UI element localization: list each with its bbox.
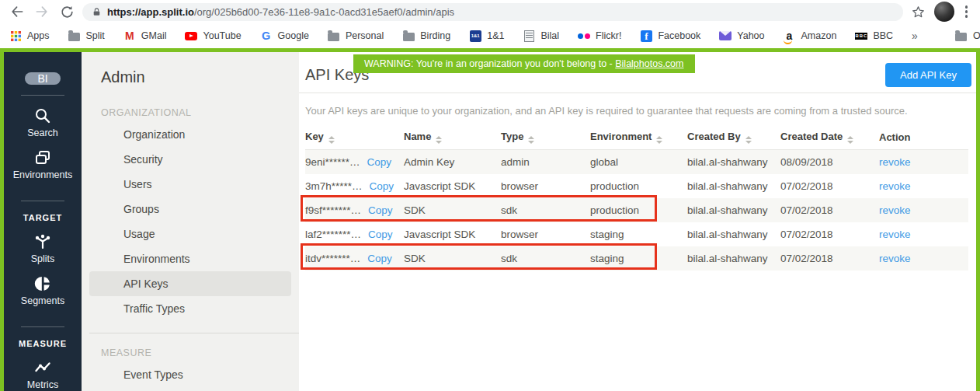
cell-name: Javascript SDK	[404, 222, 501, 246]
sort-icon[interactable]	[528, 136, 534, 144]
sort-icon[interactable]	[436, 136, 442, 144]
sidebar-divider	[21, 326, 64, 327]
revoke-link[interactable]: revoke	[879, 180, 911, 192]
bookmark-split[interactable]: Split	[68, 30, 105, 42]
bookmark-facebook[interactable]: fFacebook	[640, 30, 700, 42]
table-row: 9eni******…Copy Admin Key admin global b…	[305, 150, 968, 174]
table-row: 3m7h*****…Copy Javascript SDK browser pr…	[305, 174, 968, 198]
admin-item-api-keys[interactable]: API Keys	[89, 271, 291, 296]
nav-item-environments[interactable]: Environments	[13, 148, 72, 180]
admin-item-organization[interactable]: Organization	[89, 122, 291, 147]
admin-nav-list: Organization Security Users Groups Usage…	[82, 122, 299, 321]
nav-item-metrics[interactable]: Metrics	[27, 358, 58, 390]
admin-item-event-types[interactable]: Event Types	[89, 362, 291, 387]
split-app-frame: BI Search Environments TARGET Splits Seg…	[0, 48, 980, 391]
warning-banner-link[interactable]: Bilalphotos.com	[615, 58, 683, 69]
bookmark-yahoo[interactable]: Yahoo	[719, 30, 764, 42]
bookmark-oneandone[interactable]: 1&11&1	[469, 30, 504, 42]
cell-created-date: 07/02/2018	[780, 198, 879, 222]
reload-button[interactable]	[57, 2, 76, 21]
sort-icon[interactable]	[745, 136, 752, 144]
cell-environment: staging	[590, 222, 687, 246]
sort-icon[interactable]	[328, 136, 335, 144]
cell-created-date: 07/02/2018	[780, 222, 879, 246]
copy-link[interactable]: Copy	[370, 180, 394, 192]
browser-menu-button[interactable]	[961, 5, 973, 18]
revoke-link[interactable]: revoke	[879, 156, 911, 168]
revoke-link[interactable]: revoke	[879, 204, 911, 216]
admin-item-groups[interactable]: Groups	[89, 197, 291, 222]
cell-type: browser	[501, 174, 590, 198]
cell-created-by: bilal.al-shahwany	[687, 222, 780, 246]
nav-item-search[interactable]: Search	[27, 106, 58, 138]
address-bar[interactable]: https://app.split.io/org/025b6d00-7e36-1…	[82, 3, 903, 21]
column-header-name: Name	[404, 127, 501, 150]
table-row: laf2*******…Copy Javascript SDK browser …	[305, 222, 968, 246]
bookmark-bbc[interactable]: BBCBBC	[855, 30, 893, 42]
copy-link[interactable]: Copy	[368, 204, 393, 216]
browser-profile-avatar[interactable]	[934, 2, 954, 22]
bookmark-personal[interactable]: Personal	[328, 30, 384, 42]
nav-item-splits[interactable]: Splits	[31, 232, 55, 264]
cell-created-date: 07/02/2018	[780, 246, 879, 271]
cell-created-date: 08/09/2018	[780, 150, 879, 174]
copy-link[interactable]: Copy	[367, 156, 392, 168]
nav-item-segments[interactable]: Segments	[21, 274, 64, 306]
column-header-action: Action	[879, 127, 968, 150]
apps-grid-icon	[9, 30, 22, 42]
google-icon: G	[260, 30, 273, 42]
folder-icon	[328, 30, 340, 42]
cell-type: admin	[501, 150, 590, 174]
oneandone-icon: 1&1	[469, 30, 481, 42]
folder-icon	[402, 30, 415, 42]
folder-icon	[955, 30, 968, 42]
bbc-icon: BBC	[855, 30, 867, 42]
bookmark-google[interactable]: GGoogle	[260, 30, 309, 42]
sidebar-divider	[21, 95, 64, 96]
add-api-key-button[interactable]: Add API Key	[885, 63, 971, 87]
copy-link[interactable]: Copy	[367, 253, 392, 264]
bookmark-amazon[interactable]: aAmazon	[784, 30, 837, 42]
lock-icon	[92, 7, 102, 17]
admin-item-traffic-types[interactable]: Traffic Types	[89, 296, 291, 321]
cell-name: SDK	[404, 198, 501, 222]
admin-item-usage[interactable]: Usage	[89, 222, 291, 246]
column-header-environment: Environment	[590, 127, 687, 150]
admin-sidebar: Admin ORGANIZATIONAL Organization Securi…	[82, 52, 299, 391]
bookmark-youtube[interactable]: YouTube	[185, 30, 241, 42]
admin-item-users[interactable]: Users	[89, 172, 291, 197]
cell-type: sdk	[501, 198, 590, 222]
cell-name: Javascript SDK	[404, 174, 501, 198]
admin-item-security[interactable]: Security	[89, 147, 291, 172]
admin-section-organizational: ORGANIZATIONAL	[82, 107, 299, 118]
revoke-link[interactable]: revoke	[879, 229, 911, 240]
api-key-masked: itdv*******…	[305, 253, 360, 264]
flickr-icon	[578, 30, 590, 42]
yahoo-icon	[719, 30, 732, 42]
cell-environment: production	[590, 198, 687, 222]
environments-icon	[33, 148, 52, 167]
bookmark-star-icon[interactable]	[909, 2, 928, 21]
bookmark-apps[interactable]: Apps	[9, 30, 50, 42]
bookmarks-overflow-chevron[interactable]: »	[912, 30, 918, 42]
sort-icon[interactable]	[656, 136, 662, 144]
bookmark-birding[interactable]: Birding	[402, 30, 450, 42]
other-bookmarks[interactable]: Other Bookmarks	[955, 30, 980, 42]
revoke-link[interactable]: revoke	[879, 253, 911, 264]
admin-item-environments[interactable]: Environments	[89, 246, 291, 271]
bookmark-bilal[interactable]: Bilal	[523, 30, 559, 42]
sort-icon[interactable]	[847, 136, 853, 144]
gmail-icon: M	[123, 30, 136, 42]
cell-name: SDK	[404, 246, 501, 271]
bookmark-gmail[interactable]: MGMail	[123, 30, 167, 42]
amazon-icon: a	[784, 30, 796, 42]
bookmark-flickr[interactable]: Flickr!	[578, 30, 621, 42]
forward-button[interactable]	[33, 2, 51, 21]
back-button[interactable]	[8, 2, 26, 21]
cell-created-by: bilal.al-shahwany	[687, 174, 780, 198]
column-header-key: Key	[305, 127, 404, 150]
org-avatar[interactable]: BI	[25, 72, 61, 85]
folder-icon	[68, 30, 81, 42]
org-warning-banner: WARNING: You're in an organization you d…	[353, 54, 695, 73]
copy-link[interactable]: Copy	[368, 229, 393, 240]
